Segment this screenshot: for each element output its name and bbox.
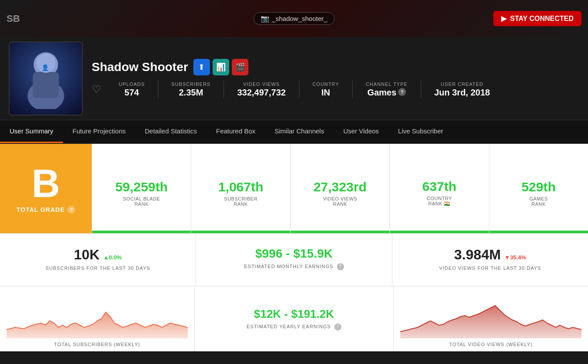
social-blade-rank-value: 59,259th <box>115 180 168 194</box>
stat-user-created: USER CREATED Jun 3rd, 2018 <box>434 82 490 98</box>
country-rank-bar <box>390 231 488 233</box>
video-views-30-value: 3.984M <box>454 247 501 262</box>
channel-name-row: Shadow Shooter ⬆ 📊 🎬 <box>92 59 579 75</box>
rank-boxes: 59,259th SOCIAL BLADERANK 1,067th SUBSCR… <box>92 144 588 233</box>
stats-row: ♡ UPLOADS 574 SUBSCRIBERS 2.35M VIDEO VI… <box>92 81 579 98</box>
stat-divider-1 <box>158 81 158 98</box>
nav-item-similar-channels[interactable]: Similar Channels <box>265 120 334 143</box>
video-views-weekly-chart <box>400 293 581 338</box>
subscribers-weekly-chart <box>7 293 188 338</box>
subscribers-30-row: 10K ▲0.0% <box>9 247 187 263</box>
subscribers-30-change: ▲0.0% <box>103 254 122 261</box>
instagram-handle: _shadow_shooter_ <box>272 15 327 22</box>
header-logo: SB <box>7 13 20 24</box>
subscriber-rank-value: 1,067th <box>218 180 263 194</box>
grade-box: B TOTAL GRADE ? <box>0 144 92 233</box>
stats-panels-row1: 10K ▲0.0% SUBSCRIBERS FOR THE LAST 30 DA… <box>0 233 588 286</box>
video-views-rank-value: 27,323rd <box>313 180 367 194</box>
youtube-icon: ▶ <box>501 14 506 23</box>
stat-video-views: VIDEO VIEWS 332,497,732 <box>237 82 285 98</box>
subscribers-weekly-label: TOTAL SUBSCRIBERS (WEEKLY) <box>7 342 188 347</box>
nav-item-user-videos[interactable]: User Videos <box>334 120 388 143</box>
upload-icon: ⬆ <box>198 62 205 72</box>
user-created-label: USER CREATED <box>434 82 490 87</box>
monthly-earnings-label: ESTIMATED MONTHLY EARNINGS ? <box>205 263 383 270</box>
video-views-rank-bar <box>291 231 389 233</box>
video-views-weekly-label: TOTAL VIDEO VIEWS (WEEKLY) <box>400 342 581 347</box>
channel-type-help-icon[interactable]: ? <box>398 88 406 96</box>
upload-icon-btn[interactable]: ⬆ <box>193 59 210 75</box>
stat-divider-4 <box>352 81 353 98</box>
yearly-earnings-label: ESTIMATED YEARLY EARNINGS ? <box>247 323 341 330</box>
grade-label: TOTAL GRADE <box>17 206 65 213</box>
subscribers-sparkline <box>7 299 188 338</box>
stat-divider-3 <box>299 81 299 98</box>
subscribers-label: SUBSCRIBERS <box>172 82 211 87</box>
grade-label-row: TOTAL GRADE ? <box>17 206 76 214</box>
video-views-30-label: VIDEO VIEWS FOR THE LAST 30 DAYS <box>401 265 579 271</box>
nav-item-user-summary[interactable]: User Summary <box>0 120 63 143</box>
video-views-value: 332,497,732 <box>237 88 285 98</box>
country-rank-value: 637th <box>422 179 456 194</box>
games-rank-label: GAMESRANK <box>530 196 548 207</box>
rank-box-games: 529th GAMESRANK <box>489 144 588 233</box>
charts-row: TOTAL SUBSCRIBERS (WEEKLY) $12K - $191.2… <box>0 286 588 351</box>
yearly-earnings-panel: $12K - $191.2K ESTIMATED YEARLY EARNINGS… <box>195 286 394 351</box>
country-value: IN <box>313 88 339 98</box>
chart-icon: 📊 <box>216 62 226 72</box>
nav-item-featured-box[interactable]: Featured Box <box>206 120 265 143</box>
subscribers-30-label: SUBSCRIBERS FOR THE LAST 30 DAYS <box>9 265 187 271</box>
stay-connected-label: STAY CONNECTED <box>510 15 574 23</box>
instagram-icon: 📷 <box>261 14 269 23</box>
avatar: 👤 <box>9 41 83 116</box>
stat-uploads: UPLOADS 574 <box>119 82 145 98</box>
channel-type-label: CHANNEL TYPE <box>366 82 408 87</box>
video-icon: 🎬 <box>235 62 245 72</box>
channel-type-value: Games <box>367 88 396 98</box>
profile-section: 👤 Shadow Shooter ⬆ 📊 🎬 ♡ UPLOA <box>0 37 588 120</box>
video-icon-btn[interactable]: 🎬 <box>232 59 248 75</box>
rank-box-country: 637th COUNTRYRANK 🇮🇳 <box>389 144 488 233</box>
instagram-bar: 📷 _shadow_shooter_ <box>253 12 335 25</box>
header-center: 📷 _shadow_shooter_ <box>253 12 335 25</box>
rank-box-social-blade: 59,259th SOCIAL BLADERANK <box>92 144 191 233</box>
nav-item-live-subscriber[interactable]: Live Subscriber <box>389 120 453 143</box>
main-content: B TOTAL GRADE ? 59,259th SOCIAL BLADERAN… <box>0 144 588 351</box>
svg-rect-2 <box>33 72 59 98</box>
uploads-value: 574 <box>119 88 145 98</box>
channel-name: Shadow Shooter <box>92 60 188 74</box>
subscribers-value: 2.35M <box>172 88 211 98</box>
stat-channel-type: CHANNEL TYPE Games ? <box>366 82 408 98</box>
rank-box-subscriber: 1,067th SUBSCRIBERRANK <box>191 144 290 233</box>
nav-item-future-projections[interactable]: Future Projections <box>63 120 135 143</box>
stat-country: COUNTRY IN <box>313 82 339 98</box>
video-views-30-change: ▼35.4% <box>505 254 526 261</box>
nav-item-detailed-statistics[interactable]: Detailed Statistics <box>135 120 206 143</box>
heart-button[interactable]: ♡ <box>92 83 101 95</box>
avatar-svg: 👤 <box>20 48 72 109</box>
action-icons: ⬆ 📊 🎬 <box>193 59 248 75</box>
social-blade-rank-bar <box>92 231 191 233</box>
user-created-value: Jun 3rd, 2018 <box>434 88 490 98</box>
monthly-earnings-info-icon[interactable]: ? <box>337 263 344 270</box>
games-rank-bar <box>489 231 588 233</box>
subscriber-rank-bar <box>191 231 290 233</box>
social-blade-rank-label: SOCIAL BLADERANK <box>123 196 160 207</box>
stat-divider-2 <box>224 81 224 98</box>
header: SB 📷 _shadow_shooter_ ▶ STAY CONNECTED <box>0 0 588 37</box>
yearly-earnings-label-text: ESTIMATED YEARLY EARNINGS <box>247 324 331 329</box>
subscriber-rank-label: SUBSCRIBERRANK <box>224 196 258 207</box>
games-rank-value: 529th <box>522 180 556 194</box>
monthly-earnings-label-text: ESTIMATED MONTHLY EARNINGS <box>244 264 333 269</box>
country-label: COUNTRY <box>313 82 339 87</box>
profile-info: Shadow Shooter ⬆ 📊 🎬 ♡ UPLOADS 574 <box>92 59 579 98</box>
subscribers-30-panel: 10K ▲0.0% SUBSCRIBERS FOR THE LAST 30 DA… <box>0 234 196 286</box>
stay-connected[interactable]: ▶ STAY CONNECTED <box>493 11 581 26</box>
chart-icon-btn[interactable]: 📊 <box>213 59 229 75</box>
grade-help-icon[interactable]: ? <box>67 206 75 214</box>
yearly-earnings-info-icon[interactable]: ? <box>334 323 341 330</box>
video-views-sparkline <box>400 299 581 338</box>
monthly-earnings-range: $996 - $15.9K <box>205 247 383 261</box>
yearly-earnings-range: $12K - $191.2K <box>254 307 334 321</box>
nav: User Summary Future Projections Detailed… <box>0 120 588 144</box>
